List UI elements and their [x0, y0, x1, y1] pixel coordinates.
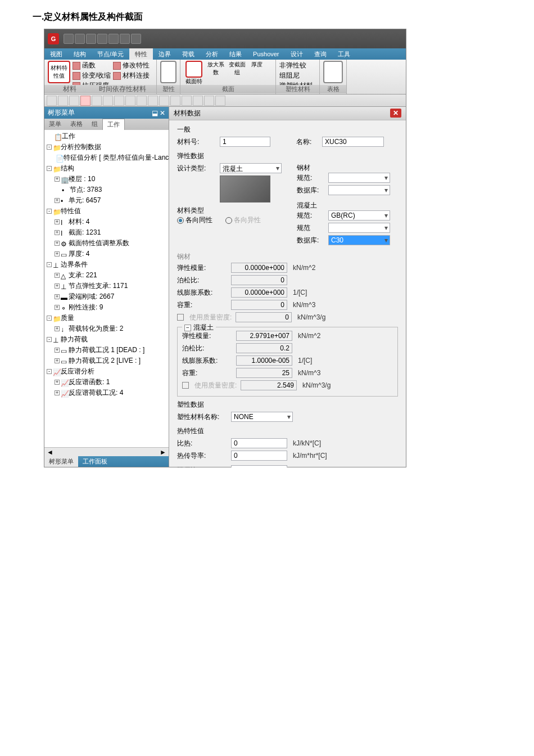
tree-item[interactable]: +⊥节点弹性支承: 1171 [46, 281, 168, 291]
expand-icon[interactable]: - [47, 316, 52, 321]
sb-tab-menu[interactable]: 菜单 [44, 119, 66, 130]
tb-icon[interactable] [170, 96, 180, 106]
collapse-icon[interactable]: − [184, 325, 191, 331]
expand-icon[interactable]: - [47, 166, 52, 171]
tree-item[interactable]: +•单元: 6457 [46, 195, 168, 206]
radio-isotropic[interactable] [177, 217, 184, 224]
design-type-select[interactable]: 混凝土 [220, 163, 282, 173]
tc-input[interactable] [231, 451, 287, 461]
material-name-input[interactable] [322, 137, 384, 147]
expand-icon[interactable]: + [55, 177, 60, 182]
qat-redo-icon[interactable] [120, 34, 130, 44]
ribbon-hinge[interactable]: 非弹性铰 [279, 61, 313, 70]
steel-spec-select[interactable] [328, 173, 390, 183]
tree-item[interactable]: +▭静力荷载工况 2 [LIVE : ] [46, 356, 168, 366]
ribbon-link[interactable]: 材料连接 [113, 71, 150, 80]
qat-save-icon[interactable] [86, 34, 96, 44]
menu-analysis[interactable]: 分析 [200, 48, 224, 60]
conc-db-select[interactable]: C30 [328, 235, 390, 245]
tree-item[interactable]: +📈反应谱荷载工况: 4 [46, 388, 168, 398]
sb-btab-tree[interactable]: 树形菜单 [44, 456, 78, 467]
tb-icon[interactable] [159, 96, 169, 106]
tree-item[interactable]: -⊥边界条件 [46, 259, 168, 270]
conc-spec-select[interactable]: GB(RC) [328, 210, 390, 220]
material-id-input[interactable] [220, 137, 270, 147]
ribbon-modify[interactable]: 修改特性 [113, 61, 150, 70]
section-button[interactable] [185, 61, 202, 78]
menu-pushover[interactable]: Pushover [247, 48, 284, 60]
close-button[interactable]: ✕ [390, 109, 401, 118]
qat-undo-icon[interactable] [108, 34, 119, 44]
sh-input[interactable] [231, 438, 287, 448]
menu-design[interactable]: 设计 [285, 48, 309, 60]
conc-density-check[interactable] [182, 382, 189, 389]
damp-input[interactable] [231, 465, 287, 467]
tree-item[interactable]: -📁特性值 [46, 206, 168, 217]
material-properties-button[interactable]: 材料特性值 [48, 61, 70, 83]
expand-icon[interactable]: + [55, 358, 60, 363]
expand-icon[interactable]: - [47, 145, 52, 150]
tree-item[interactable]: +▬梁端刚域: 2667 [46, 291, 168, 302]
radio-anisotropic[interactable] [225, 217, 232, 224]
plastic-name-select[interactable]: NONE [231, 412, 293, 422]
ribbon-varsection[interactable]: 变截面组 [228, 61, 247, 76]
sb-tab-table[interactable]: 表格 [66, 119, 87, 130]
tree-item[interactable]: +▭厚度: 4 [46, 249, 168, 259]
menu-node[interactable]: 节点/单元 [92, 48, 129, 60]
expand-icon[interactable]: + [55, 326, 60, 331]
tree-item[interactable]: •节点: 3783 [46, 184, 168, 195]
ribbon-scale[interactable]: 放大系数 [207, 61, 224, 76]
ribbon-function[interactable]: 函数 [73, 61, 111, 70]
expand-icon[interactable]: + [55, 251, 60, 256]
tree-item[interactable]: -⊥静力荷载 [46, 334, 168, 345]
sb-btab-panel[interactable]: 工作面板 [78, 456, 112, 467]
tree-item[interactable]: -📁结构 [46, 163, 168, 174]
menu-boundary[interactable]: 边界 [153, 48, 177, 60]
sidebar-pin-icon[interactable]: ⬓ ✕ [152, 109, 165, 117]
qat-new-icon[interactable] [64, 34, 74, 44]
steel-db-select[interactable] [328, 185, 390, 195]
property-table-button[interactable] [323, 61, 343, 83]
tree-item[interactable]: +▭静力荷载工况 1 [DEAD : ] [46, 345, 168, 356]
sidebar-scrollbar[interactable]: ◄► [44, 447, 169, 456]
expand-icon[interactable]: + [55, 230, 60, 235]
sb-tab-group[interactable]: 组 [87, 119, 102, 130]
tree-item[interactable]: 📋工作 [46, 131, 168, 142]
expand-icon[interactable]: - [47, 369, 52, 374]
expand-icon[interactable]: + [55, 348, 60, 353]
menu-load[interactable]: 荷载 [177, 48, 200, 60]
ribbon-thickness[interactable]: 厚度 [250, 61, 264, 69]
qat-print-icon[interactable] [97, 34, 107, 44]
tree-item[interactable]: -📈反应谱分析 [46, 366, 168, 377]
expand-icon[interactable]: - [47, 262, 52, 267]
expand-icon[interactable]: + [55, 294, 60, 299]
expand-icon[interactable]: + [55, 241, 60, 246]
sb-tab-work[interactable]: 工作 [102, 119, 125, 130]
tree-item[interactable]: +⚙截面特性值调整系数 [46, 238, 168, 249]
tree-item[interactable]: +⚬刚性连接: 9 [46, 302, 168, 313]
ribbon-damp[interactable]: 组阻尼 [279, 71, 313, 80]
tree-item[interactable]: +🏢楼层 : 10 [46, 174, 168, 184]
steel-density-check[interactable] [177, 314, 184, 321]
expand-icon[interactable]: + [55, 273, 60, 278]
expand-icon[interactable]: + [55, 284, 60, 289]
qat-more-icon[interactable] [131, 34, 141, 44]
tree-item[interactable]: -📁分析控制数据 [46, 142, 168, 152]
expand-icon[interactable]: + [55, 305, 60, 310]
tree-item[interactable]: 📄特征值分析 [ 类型,特征值向量-Lanc [46, 152, 168, 163]
expand-icon[interactable]: + [55, 198, 60, 203]
tree-item[interactable]: +↓荷载转化为质量: 2 [46, 323, 168, 334]
menu-view[interactable]: 视图 [44, 48, 68, 60]
expand-icon[interactable]: - [47, 337, 52, 342]
tree-item[interactable]: +I材料: 4 [46, 217, 168, 227]
expand-icon[interactable]: + [55, 380, 60, 385]
tree-item[interactable]: +📈反应谱函数: 1 [46, 377, 168, 388]
tree-item[interactable]: +△支承: 221 [46, 270, 168, 281]
menu-query[interactable]: 查询 [309, 48, 332, 60]
expand-icon[interactable]: - [47, 209, 52, 214]
menu-structure[interactable]: 结构 [68, 48, 92, 60]
ribbon-creep[interactable]: 徐变/收缩 [73, 71, 111, 80]
menu-tools[interactable]: 工具 [332, 48, 356, 60]
expand-icon[interactable]: + [55, 390, 60, 395]
menu-result[interactable]: 结果 [224, 48, 247, 60]
